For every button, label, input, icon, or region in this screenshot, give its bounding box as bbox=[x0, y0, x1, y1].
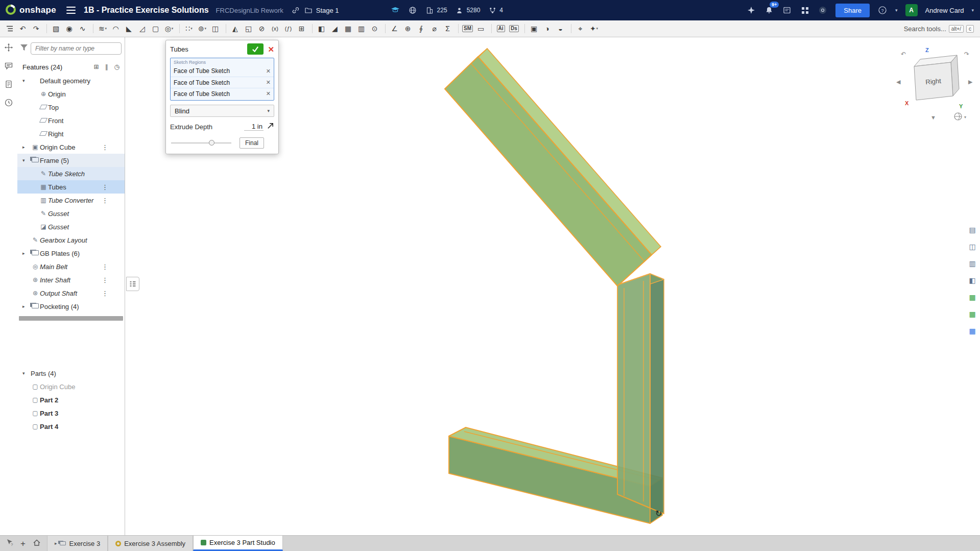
notifications-bell-icon[interactable]: 9+ bbox=[764, 5, 774, 15]
followers-stat[interactable]: 5280 bbox=[455, 5, 481, 15]
public-globe-icon[interactable] bbox=[408, 5, 418, 15]
circular-pattern-icon[interactable]: ⊚▾ bbox=[196, 22, 209, 35]
feature-item[interactable]: ✎ Gusset bbox=[17, 207, 125, 220]
trim-icon[interactable]: ∠ bbox=[388, 22, 401, 35]
cancel-button[interactable]: ✕ bbox=[268, 45, 274, 53]
mirror-icon[interactable]: ◫ bbox=[209, 22, 222, 35]
tap-icon[interactable]: ⊕ bbox=[401, 22, 415, 35]
rotate-ccw-icon[interactable]: ↶ bbox=[901, 51, 906, 58]
comments-panel-icon[interactable] bbox=[4, 61, 14, 71]
rotate-left-arrow-icon[interactable]: ◀ bbox=[896, 79, 901, 85]
gusset-icon[interactable]: ◢ bbox=[328, 22, 342, 35]
feature-item[interactable]: Top bbox=[17, 101, 125, 114]
region-item[interactable]: Face of Tube Sketch ✕ bbox=[171, 88, 274, 99]
onshape-logo[interactable]: onshape bbox=[5, 4, 56, 17]
frame-icon[interactable]: ◧ bbox=[315, 22, 328, 35]
feature-item[interactable]: ▾ Frame (5) bbox=[17, 154, 125, 167]
activity-feed-icon[interactable] bbox=[782, 5, 792, 15]
chamfer-icon[interactable]: ◣ bbox=[123, 22, 136, 35]
tab-caret-icon[interactable]: ▸ bbox=[55, 541, 57, 546]
depth-slider[interactable] bbox=[171, 140, 231, 146]
configurations-icon[interactable]: (ƒ) bbox=[282, 22, 295, 35]
org-copies-stat[interactable]: 225 bbox=[425, 5, 447, 15]
panel-toggle-icon[interactable] bbox=[3, 22, 16, 35]
user-menu-caret-icon[interactable]: ▾ bbox=[971, 8, 974, 13]
final-button[interactable]: Final bbox=[240, 137, 264, 149]
ai-drawing-icon[interactable]: Ai bbox=[494, 22, 508, 35]
share-button[interactable]: Share bbox=[835, 4, 870, 17]
mass-properties-icon[interactable]: Σ bbox=[441, 22, 455, 35]
insert-folder-icon[interactable]: ⊞ bbox=[93, 63, 99, 70]
feature-item[interactable]: ◎ Main Belt bbox=[17, 260, 125, 273]
panel-collapse-handle[interactable] bbox=[126, 277, 139, 291]
depth-input[interactable]: 1 in bbox=[244, 123, 264, 131]
help-caret-icon[interactable]: ▾ bbox=[895, 8, 898, 13]
sweep-icon[interactable]: ∿ bbox=[76, 22, 89, 35]
region-item[interactable]: Face of Tube Sketch ✕ bbox=[171, 77, 274, 88]
collapse-all-icon[interactable]: ∥ bbox=[105, 63, 108, 70]
home-tab-icon[interactable] bbox=[33, 539, 41, 548]
feature-item[interactable]: ✎ Gearbox Layout bbox=[17, 233, 125, 247]
hole-icon[interactable]: ◎▾ bbox=[162, 22, 176, 35]
remove-region-icon[interactable]: ✕ bbox=[266, 90, 271, 97]
tree-caret-icon[interactable]: ▸ bbox=[22, 304, 31, 309]
remove-region-icon[interactable]: ✕ bbox=[266, 79, 271, 86]
sketch-visibility-icon[interactable]: ▦ bbox=[967, 292, 978, 302]
display-states-icon[interactable]: ◧ bbox=[967, 275, 978, 285]
link-icon[interactable] bbox=[291, 5, 301, 15]
feature-item[interactable]: ▸ ▣ Origin Cube bbox=[17, 140, 125, 154]
loft-icon[interactable]: ≋▾ bbox=[96, 22, 109, 35]
derived-icon[interactable]: ⊞ bbox=[295, 22, 308, 35]
rotate-right-arrow-icon[interactable]: ▶ bbox=[968, 79, 973, 85]
part-item[interactable]: ▢ Origin Cube bbox=[17, 380, 125, 393]
revolve-icon[interactable]: ◉ bbox=[63, 22, 76, 35]
thread-icon[interactable]: ∮ bbox=[415, 22, 428, 35]
tube-converter-icon[interactable]: ▥ bbox=[355, 22, 368, 35]
tree-caret-icon[interactable]: ▾ bbox=[22, 78, 31, 83]
feature-item[interactable]: ▦ Tubes bbox=[17, 180, 125, 194]
classroom-icon[interactable] bbox=[390, 5, 400, 15]
versions-history-icon[interactable] bbox=[4, 98, 14, 108]
notes-panel-icon[interactable] bbox=[4, 79, 14, 89]
view-cube-front-label[interactable]: Right bbox=[925, 77, 942, 86]
filter-input[interactable] bbox=[31, 42, 122, 55]
boolean-icon[interactable]: ◱ bbox=[242, 22, 255, 35]
parts-visibility-icon[interactable]: ▦ bbox=[967, 309, 978, 319]
accept-button[interactable] bbox=[247, 43, 264, 55]
named-views-icon[interactable]: ▣ bbox=[528, 22, 541, 35]
feature-item[interactable]: ▥ Tube Converter bbox=[17, 194, 125, 207]
feature-item[interactable]: ▾ Default geometry bbox=[17, 74, 125, 87]
drawing-standard-icon[interactable]: Ds bbox=[508, 22, 521, 35]
section-view-icon[interactable]: ◒ bbox=[554, 22, 567, 35]
feature-item[interactable]: ▸ Pocketing (4) bbox=[17, 300, 125, 313]
sketch-regions-list[interactable]: Sketch Regions Face of Tube Sketch ✕ Fac… bbox=[170, 58, 274, 101]
workspace-folder-icon[interactable] bbox=[303, 5, 314, 15]
feature-item[interactable]: Front bbox=[17, 114, 125, 127]
tables-icon[interactable]: ▦ bbox=[967, 326, 978, 336]
feature-item[interactable]: ◪ Gusset bbox=[17, 220, 125, 233]
parts-section-header[interactable]: ▾ Parts (4) bbox=[17, 367, 125, 380]
part-item[interactable]: ▢ Part 4 bbox=[17, 420, 125, 433]
display-options-icon[interactable]: ▤ bbox=[967, 225, 978, 235]
feature-item[interactable]: ⊕ Origin bbox=[17, 87, 125, 101]
move-tool-icon[interactable] bbox=[4, 42, 14, 53]
view-menu-icon[interactable]: ▾ bbox=[954, 113, 966, 120]
feature-item[interactable]: Right bbox=[17, 127, 125, 140]
slider-knob[interactable] bbox=[209, 140, 214, 146]
feature-item[interactable]: ⊛ Output Shaft bbox=[17, 286, 125, 300]
linear-pattern-icon[interactable]: ∷▾ bbox=[182, 22, 196, 35]
undo-icon[interactable]: ↶ bbox=[16, 22, 30, 35]
sheet-metal-icon[interactable]: SM bbox=[461, 22, 474, 35]
tree-caret-icon[interactable]: ▸ bbox=[22, 251, 31, 256]
draft-icon[interactable]: ◿ bbox=[136, 22, 149, 35]
search-tools[interactable]: Search tools... alt+/ c bbox=[904, 25, 977, 33]
flange-icon[interactable]: ▭ bbox=[474, 22, 488, 35]
document-title[interactable]: 1B - Practice Exercise Solutions bbox=[84, 6, 209, 15]
ai-assistant-icon[interactable]: ✦▾ bbox=[587, 22, 601, 35]
shell-icon[interactable]: ▢ bbox=[149, 22, 162, 35]
tab-help-cursor-icon[interactable]: ? bbox=[6, 539, 13, 548]
tab-exercise-3[interactable]: ▸ Exercise 3 bbox=[47, 536, 108, 551]
region-item[interactable]: Face of Tube Sketch ✕ bbox=[171, 65, 274, 77]
redo-icon[interactable]: ↷ bbox=[30, 22, 43, 35]
help-menu-icon[interactable]: ? bbox=[877, 5, 888, 15]
